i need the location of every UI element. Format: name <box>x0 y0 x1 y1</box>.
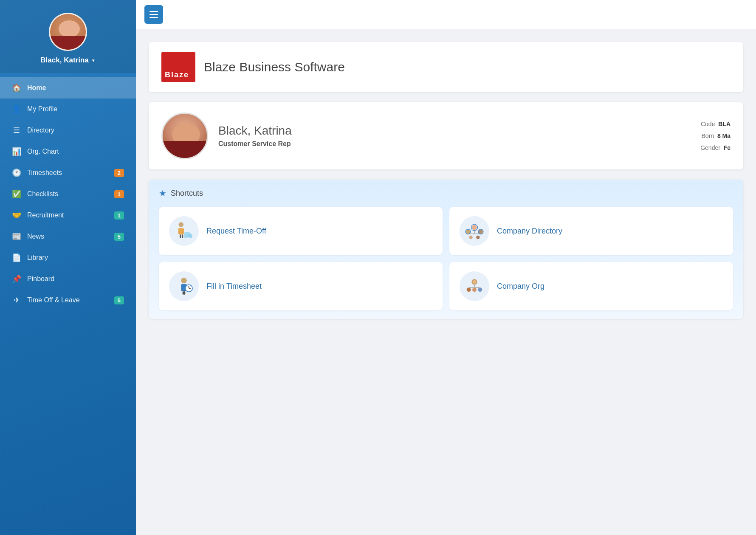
svg-rect-2 <box>180 234 181 238</box>
sidebar-nav: 🏠Home👤My Profile☰Directory📊Org. Chart🕐Ti… <box>0 73 136 535</box>
shortcut-company-org[interactable]: Company Org <box>449 262 733 310</box>
company-directory-icon <box>460 216 489 246</box>
profile-born: Born 8 Ma <box>700 130 731 142</box>
svg-point-27 <box>467 287 471 292</box>
recruitment-label: Recruitment <box>27 211 64 219</box>
timesheets-label: Timesheets <box>27 169 62 177</box>
shortcuts-grid: Request Time-Off Company Directory Fill … <box>159 207 733 310</box>
sidebar-item-home[interactable]: 🏠Home <box>0 77 136 99</box>
recruitment-badge: 1 <box>114 211 124 220</box>
checklists-label: Checklists <box>27 190 58 198</box>
svg-point-28 <box>472 287 477 292</box>
svg-rect-21 <box>184 291 185 295</box>
request-time-off-label: Request Time-Off <box>206 227 266 236</box>
menu-toggle-button[interactable] <box>144 5 163 24</box>
sidebar-item-my-profile[interactable]: 👤My Profile <box>0 99 136 120</box>
fill-in-timesheet-icon <box>169 271 199 301</box>
company-header-card: Blaze Blaze Business Software <box>149 42 743 92</box>
company-logo-text: Blaze <box>165 70 189 79</box>
home-icon: 🏠 <box>12 83 21 93</box>
shortcuts-header: ★ Shortcuts <box>159 188 733 198</box>
svg-rect-3 <box>182 234 183 238</box>
timesheets-icon: 🕐 <box>12 168 21 177</box>
news-icon: 📰 <box>12 232 21 241</box>
sidebar-item-recruitment[interactable]: 🤝Recruitment1 <box>0 205 136 226</box>
shortcuts-title: Shortcuts <box>171 189 203 198</box>
time-off-leave-label: Time Off & Leave <box>27 296 80 304</box>
sidebar-item-time-off-leave[interactable]: ✈Time Off & Leave5 <box>0 290 136 311</box>
profile-name: Black, Katrina <box>218 124 690 138</box>
profile-gender-value: Fe <box>724 144 731 151</box>
home-label: Home <box>27 84 46 92</box>
shortcut-fill-in-timesheet[interactable]: Fill in Timesheet <box>159 262 443 310</box>
profile-gender: Gender Fe <box>700 142 731 154</box>
profile-avatar <box>161 113 208 159</box>
pinboard-icon: 📌 <box>12 274 21 284</box>
profile-info: Black, Katrina Customer Service Rep <box>218 124 690 148</box>
hamburger-line-3 <box>150 17 158 18</box>
profile-born-value: 8 Ma <box>717 132 731 139</box>
my-profile-icon: 👤 <box>12 104 21 114</box>
my-profile-label: My Profile <box>27 105 57 113</box>
svg-point-4 <box>187 234 192 238</box>
sidebar-item-news[interactable]: 📰News5 <box>0 226 136 247</box>
shortcut-company-directory[interactable]: Company Directory <box>449 207 733 255</box>
org-chart-label: Org. Chart <box>27 148 59 155</box>
topbar <box>136 0 756 29</box>
timesheets-badge: 2 <box>114 169 124 177</box>
svg-point-18 <box>181 278 186 283</box>
checklists-icon: ✅ <box>12 189 21 199</box>
profile-born-label: Born <box>702 132 714 139</box>
recruitment-icon: 🤝 <box>12 211 21 220</box>
svg-point-29 <box>478 287 482 292</box>
profile-meta: Code BLA Born 8 Ma Gender Fe <box>700 118 731 154</box>
sidebar-item-org-chart[interactable]: 📊Org. Chart <box>0 141 136 162</box>
sidebar-item-library[interactable]: 📄Library <box>0 247 136 268</box>
time-off-leave-icon: ✈ <box>12 296 21 305</box>
library-icon: 📄 <box>12 253 21 262</box>
shortcuts-star-icon: ★ <box>159 188 166 198</box>
request-time-off-icon <box>169 216 199 246</box>
svg-point-0 <box>179 222 184 227</box>
sidebar-header: Black, Katrina ▼ <box>0 0 136 73</box>
directory-label: Directory <box>27 127 54 134</box>
sidebar-item-checklists[interactable]: ✅Checklists1 <box>0 183 136 205</box>
user-dropdown-arrow: ▼ <box>91 58 96 63</box>
company-logo: Blaze <box>161 52 195 82</box>
library-label: Library <box>27 254 48 262</box>
company-org-label: Company Org <box>497 282 544 291</box>
fill-in-timesheet-label: Fill in Timesheet <box>206 282 262 291</box>
svg-point-26 <box>473 280 476 284</box>
sidebar-item-pinboard[interactable]: 📌Pinboard <box>0 268 136 290</box>
shortcuts-section: ★ Shortcuts Request Time-Off Company Dir… <box>149 180 743 319</box>
profile-code-label: Code <box>701 121 715 127</box>
sidebar-user-name: Black, Katrina <box>40 56 88 65</box>
company-org-icon <box>460 271 489 301</box>
hamburger-line-2 <box>150 14 158 15</box>
sidebar-username[interactable]: Black, Katrina ▼ <box>40 56 95 65</box>
news-label: News <box>27 233 44 240</box>
profile-code-value: BLA <box>718 121 731 127</box>
pinboard-label: Pinboard <box>27 275 54 283</box>
company-directory-label: Company Directory <box>497 227 562 236</box>
sidebar-avatar <box>49 13 87 51</box>
svg-rect-1 <box>178 228 184 234</box>
org-chart-icon: 📊 <box>12 147 21 156</box>
profile-card: Black, Katrina Customer Service Rep Code… <box>149 102 743 169</box>
main-area: Blaze Blaze Business Software Black, Kat… <box>136 0 756 535</box>
shortcut-request-time-off[interactable]: Request Time-Off <box>159 207 443 255</box>
checklists-badge: 1 <box>114 190 124 198</box>
hamburger-line-1 <box>150 11 158 12</box>
sidebar-item-timesheets[interactable]: 🕐Timesheets2 <box>0 162 136 183</box>
sidebar-item-directory[interactable]: ☰Directory <box>0 120 136 141</box>
content-area: Blaze Blaze Business Software Black, Kat… <box>136 29 756 535</box>
sidebar: Black, Katrina ▼ 🏠Home👤My Profile☰Direct… <box>0 0 136 535</box>
profile-gender-label: Gender <box>700 144 720 151</box>
svg-point-7 <box>479 230 483 234</box>
profile-job-title: Customer Service Rep <box>218 140 690 148</box>
company-name: Blaze Business Software <box>204 60 345 74</box>
svg-rect-20 <box>183 291 184 295</box>
time-off-leave-badge: 5 <box>114 296 124 304</box>
svg-point-6 <box>466 230 470 234</box>
svg-point-5 <box>472 225 477 230</box>
